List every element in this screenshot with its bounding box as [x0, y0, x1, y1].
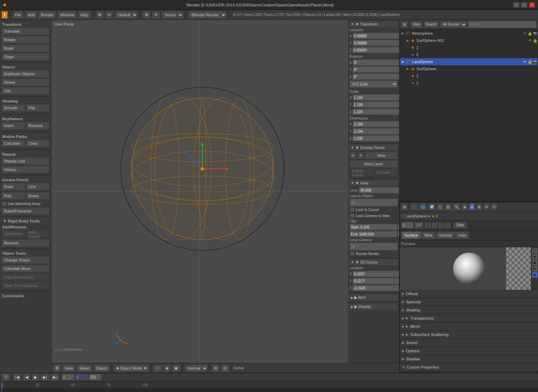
- prop-icon-material[interactable]: ●: [469, 203, 475, 210]
- history-button[interactable]: History...: [1, 166, 50, 173]
- lock-camera-checkbox[interactable]: [350, 214, 354, 218]
- tree-item-mat2[interactable]: ● 2: [400, 51, 537, 58]
- rot-z-input[interactable]: [352, 73, 400, 80]
- diffuse-header[interactable]: ▶ Diffuse: [400, 290, 538, 298]
- calculate-button[interactable]: Calculate: [1, 139, 25, 147]
- data-btn[interactable]: Data: [453, 222, 467, 229]
- tree-item-atmosphere[interactable]: ▶ ⬡ Atmosphere 👁 🔒 📷: [400, 30, 537, 37]
- loc-y-input[interactable]: [353, 40, 400, 46]
- rot-x-input[interactable]: [353, 59, 400, 66]
- local-camera-field[interactable]: ⊙: [349, 243, 398, 250]
- rotate-button[interactable]: Rotate: [1, 36, 50, 44]
- insert-button[interactable]: Insert: [1, 122, 25, 129]
- minimize-button[interactable]: ─: [513, 2, 520, 8]
- atmosphere-render-icon[interactable]: 📷: [533, 32, 537, 35]
- prop-icon-world[interactable]: 🌍: [428, 203, 436, 210]
- landsphere-render-icon[interactable]: 📷: [533, 60, 537, 64]
- timeline-jump-end[interactable]: ▶|: [50, 373, 59, 381]
- lock-cursor-checkbox[interactable]: [350, 208, 354, 212]
- prop-icon-scene[interactable]: 🌐: [419, 203, 427, 210]
- change-shape-button[interactable]: Change Shape: [1, 256, 50, 264]
- cursor-z-input[interactable]: [352, 285, 400, 291]
- prop-icon-texture[interactable]: ⊞: [476, 203, 482, 210]
- view-bottom[interactable]: View: [62, 364, 76, 372]
- material-slot-number[interactable]: [401, 222, 414, 228]
- grease-pencil-header[interactable]: ▼ ▼ Grease Pencil: [349, 145, 398, 150]
- join-button[interactable]: Join: [1, 87, 50, 95]
- viewport-shading-solid[interactable]: ◈: [163, 364, 171, 372]
- options-header[interactable]: ▶ Options: [400, 347, 538, 355]
- prop-icon-data[interactable]: ◈: [462, 203, 468, 210]
- view-header[interactable]: ▼ ▼ View: [349, 180, 398, 186]
- tree-item-mat1[interactable]: ● 1: [400, 44, 537, 51]
- atmosphere-eye-icon[interactable]: 👁: [523, 32, 527, 35]
- viewport-shading-wire[interactable]: ⬡: [153, 364, 162, 372]
- help-menu[interactable]: Help: [78, 11, 91, 19]
- timeline-current-frame[interactable]: [75, 374, 88, 380]
- bake-to-keyframes-button[interactable]: Bake To Keyframes: [1, 282, 50, 289]
- surfsphere002-lock-icon[interactable]: 🔒: [533, 39, 537, 43]
- gp-new-button[interactable]: New: [365, 151, 398, 159]
- prop-icon-constraints[interactable]: ⛓: [445, 203, 452, 210]
- atmosphere-lock-icon[interactable]: 🔒: [528, 32, 532, 35]
- tab-volume[interactable]: Volume: [436, 231, 455, 239]
- render-engine-select[interactable]: Blender Render: [188, 11, 227, 19]
- scene-select[interactable]: Scene: [162, 11, 184, 19]
- window-menu[interactable]: Window: [58, 11, 76, 19]
- prop-type-btn[interactable]: ⊞: [401, 203, 408, 210]
- sss-header[interactable]: ▶ ▶ Subsurface Scattering: [400, 331, 538, 338]
- surfsphere002-eye-icon[interactable]: 👁: [528, 39, 532, 43]
- add-passive-button[interactable]: Add Passiv: [26, 230, 50, 238]
- loc-x-input[interactable]: [353, 33, 400, 39]
- scene-type-icon[interactable]: ⊞: [142, 11, 151, 19]
- gp-plus-button[interactable]: +: [357, 152, 364, 159]
- timeline-next-frame[interactable]: ▶|: [40, 373, 49, 381]
- timeline-start-frame[interactable]: [62, 374, 74, 380]
- cursor-x-input[interactable]: [353, 271, 400, 277]
- gp-pencil-icon[interactable]: ✏: [349, 152, 357, 159]
- rigid-remove-button[interactable]: Remove: [1, 239, 50, 247]
- slot-icon1[interactable]: +: [424, 222, 431, 228]
- keyframe-remove-button[interactable]: Remove: [26, 122, 50, 129]
- line-button[interactable]: Line: [26, 183, 50, 191]
- prev-icon1[interactable]: ⬡: [532, 248, 538, 254]
- tab-halo[interactable]: Halo: [455, 231, 469, 239]
- viewport-normal-select[interactable]: Normal: [184, 364, 208, 372]
- tree-item-surf-mat2[interactable]: ● 2: [400, 79, 537, 87]
- lens-input[interactable]: [359, 187, 400, 193]
- prop-icon-object[interactable]: ⬡: [437, 203, 444, 210]
- prev-icon3[interactable]: ◉: [532, 260, 538, 266]
- timeline-jump-start[interactable]: |◀: [13, 373, 22, 381]
- prev-icon4[interactable]: ⊞: [532, 266, 538, 272]
- proportional-icon[interactable]: ◎: [221, 364, 229, 372]
- scene-close[interactable]: ✕: [152, 11, 160, 19]
- shadow-header[interactable]: ▶ Shadow: [400, 355, 538, 363]
- clip-start-input[interactable]: [349, 224, 397, 230]
- viewport-3d[interactable]: User Persp: [51, 20, 348, 363]
- tree-item-surf-mat1[interactable]: ● 1: [400, 72, 537, 79]
- object-bottom[interactable]: Object: [93, 364, 110, 372]
- timeline-type-btn[interactable]: ⏱: [1, 373, 10, 381]
- scale-z-input[interactable]: [352, 109, 400, 115]
- dim-x-input[interactable]: [353, 121, 400, 127]
- duplicate-objects-button[interactable]: Duplicate Objects: [1, 70, 50, 78]
- add-property-button[interactable]: Add: [402, 372, 536, 373]
- screen-layout-select[interactable]: Default: [115, 11, 138, 19]
- lock-object-field[interactable]: ⊙: [349, 199, 398, 206]
- cursor-header[interactable]: ▼ ▼ 3D Cursor: [349, 259, 398, 265]
- scale-x-input[interactable]: [353, 94, 400, 101]
- strand-header[interactable]: ▶ Strand: [400, 339, 538, 347]
- copy-from-active-button[interactable]: Copy from Active: [1, 273, 50, 281]
- maximize-button[interactable]: □: [521, 2, 527, 8]
- prop-icon-modifiers[interactable]: 🔧: [453, 203, 461, 210]
- repeat-last-button[interactable]: Repeat Last: [1, 157, 50, 165]
- add-active-button[interactable]: Add Active: [1, 230, 25, 238]
- outliner-type-btn[interactable]: ⊞: [401, 21, 408, 28]
- tree-item-landsphere[interactable]: ▶ ⬡ LandSphere 👁 🔒 📷: [400, 58, 537, 65]
- scale-button[interactable]: Scale: [1, 44, 50, 52]
- render-border-checkbox[interactable]: [350, 252, 354, 256]
- close-button[interactable]: ✕: [529, 2, 535, 8]
- timeline-play[interactable]: ▶: [32, 373, 39, 381]
- prop-icon-particles[interactable]: ✦: [483, 203, 490, 210]
- ruler-button[interactable]: Ruler/Protractor: [1, 207, 50, 215]
